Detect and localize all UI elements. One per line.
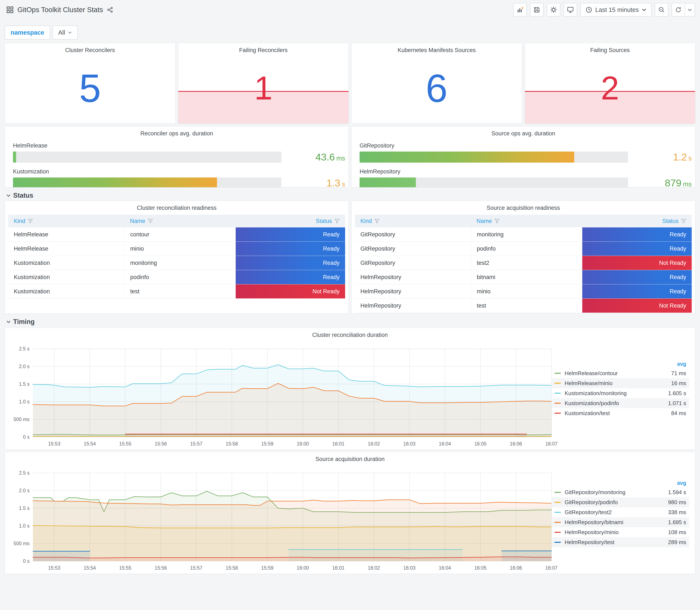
cell-kind: Kustomization: [8, 270, 125, 284]
cell-status: Not Ready: [236, 284, 345, 299]
legend-item-helmrelease-contour[interactable]: HelmRelease/contour71 ms: [551, 368, 689, 378]
legend-series-name[interactable]: GitRepository/test2: [565, 509, 668, 516]
panel-title[interactable]: Kubernetes Manifests Sources: [352, 43, 522, 53]
filter-funnel-icon[interactable]: [28, 219, 33, 224]
save-dashboard-button[interactable]: [530, 3, 543, 17]
column-header-name[interactable]: Name: [471, 215, 582, 227]
legend-series-name[interactable]: Kustomization/monitoring: [565, 390, 668, 397]
legend-series-name[interactable]: Kustomization/podinfo: [565, 400, 668, 406]
svg-text:16:05: 16:05: [474, 565, 487, 571]
cell-kind: HelmRepository: [355, 284, 471, 299]
legend-item-gitrepository-test2[interactable]: GitRepository/test2338 ms: [551, 507, 689, 517]
legend-series-avg: 1.605 s: [668, 390, 686, 397]
gauge-label: HelmRepository: [360, 168, 692, 175]
zoom-out-button[interactable]: [655, 3, 668, 17]
legend-item-helmrelease-minio[interactable]: HelmRelease/minio16 ms: [551, 378, 689, 388]
variables-row: namespace All: [0, 19, 700, 39]
dashboard-settings-button[interactable]: [547, 3, 560, 17]
column-header-status[interactable]: Status: [582, 215, 692, 227]
legend-series-name[interactable]: HelmRepository/test: [565, 539, 668, 546]
panel-title[interactable]: Failing Sources: [525, 43, 695, 53]
section-status[interactable]: Status: [6, 192, 695, 199]
legend-series-name[interactable]: HelmRelease/minio: [565, 380, 671, 387]
svg-text:15:58: 15:58: [226, 441, 238, 447]
legend-series-avg: 108 ms: [668, 529, 686, 535]
svg-text:16:02: 16:02: [368, 565, 380, 571]
svg-text:15:53: 15:53: [48, 441, 60, 447]
filter-funnel-icon[interactable]: [681, 219, 686, 224]
svg-text:15:55: 15:55: [119, 441, 132, 447]
cell-status: Ready: [236, 270, 345, 284]
gauge-track: [13, 151, 281, 163]
chart-legend: avgGitRepository/monitoring1.594 sGitRep…: [551, 479, 689, 547]
legend-series-avg: 1.071 s: [668, 400, 686, 406]
panel-title[interactable]: Source ops avg. duration: [352, 127, 695, 137]
svg-text:16:00: 16:00: [297, 441, 309, 447]
filter-funnel-icon[interactable]: [148, 219, 153, 224]
chart-legend: avgHelmRelease/contour71 msHelmRelease/m…: [551, 359, 689, 418]
legend-item-helmrepository-test[interactable]: HelmRepository/test289 ms: [551, 537, 689, 547]
column-header-kind[interactable]: Kind: [355, 215, 471, 227]
legend-avg-header[interactable]: avg: [551, 479, 689, 487]
filter-funnel-icon[interactable]: [335, 219, 340, 224]
gauge-fill: [360, 177, 416, 188]
legend-series-name[interactable]: GitRepository/podinfo: [565, 499, 668, 505]
legend-item-kustomization-test[interactable]: Kustomization/test84 ms: [551, 408, 689, 418]
legend-item-helmrepository-bitnami[interactable]: HelmRepository/bitnami1.695 s: [551, 517, 689, 527]
cycle-view-button[interactable]: [564, 3, 577, 17]
legend-item-kustomization-monitoring[interactable]: Kustomization/monitoring1.605 s: [551, 388, 689, 398]
panel-title[interactable]: Source acquisition readiness: [352, 201, 695, 211]
legend-series-color: [554, 532, 561, 533]
legend-item-kustomization-podinfo[interactable]: Kustomization/podinfo1.071 s: [551, 398, 689, 408]
add-panel-button[interactable]: [513, 3, 527, 17]
legend-series-avg: 1.695 s: [668, 519, 686, 526]
legend-item-gitrepository-monitoring[interactable]: GitRepository/monitoring1.594 s: [551, 487, 689, 497]
gauge-track: [13, 177, 281, 188]
refresh-button[interactable]: [671, 3, 685, 17]
gauge-label: GitRepository: [360, 142, 692, 149]
legend-series-name[interactable]: GitRepository/monitoring: [565, 489, 668, 496]
refresh-interval-button[interactable]: [685, 3, 695, 17]
svg-text:16:06: 16:06: [510, 565, 522, 571]
panel-title[interactable]: Reconciler ops avg. duration: [5, 127, 348, 137]
panel-title[interactable]: Source acquisition duration: [5, 452, 695, 463]
chart-plot-area[interactable]: 0 s500 ms1.0 s1.5 s2.0 s2.5 s15:5315:541…: [5, 328, 557, 450]
column-header-status[interactable]: Status: [236, 215, 345, 227]
column-header-kind[interactable]: Kind: [8, 215, 125, 227]
stat-panel-failing-sources: Failing Sources2: [525, 43, 696, 124]
svg-text:0 s: 0 s: [23, 558, 30, 564]
legend-series-name[interactable]: Kustomization/test: [565, 410, 671, 417]
legend-series-name[interactable]: HelmRelease/contour: [565, 370, 671, 376]
filter-funnel-icon[interactable]: [494, 219, 500, 224]
variable-namespace-value[interactable]: All: [52, 26, 78, 39]
stat-value: 5: [5, 66, 175, 111]
column-header-name[interactable]: Name: [125, 215, 236, 227]
cell-name: test2: [471, 256, 582, 270]
cell-name: podinfo: [471, 242, 582, 256]
panel-title[interactable]: Cluster Reconcilers: [5, 43, 175, 53]
legend-item-gitrepository-podinfo[interactable]: GitRepository/podinfo980 ms: [551, 497, 689, 507]
legend-series-avg: 980 ms: [668, 499, 686, 505]
panel-title[interactable]: Failing Reconcilers: [178, 43, 349, 53]
chart-plot-area[interactable]: 0 s500 ms1.0 s1.5 s2.0 s2.5 s15:5315:541…: [5, 452, 557, 574]
legend-series-color: [554, 373, 561, 374]
cell-status: Ready: [582, 270, 692, 284]
legend-avg-header[interactable]: avg: [551, 359, 689, 368]
time-range-picker[interactable]: Last 15 minutes: [580, 3, 652, 17]
cell-name: monitoring: [471, 227, 582, 242]
stat-value: 1: [178, 69, 349, 107]
panel-title[interactable]: Cluster reconciliation duration: [5, 328, 695, 338]
legend-item-helmrepository-minio[interactable]: HelmRepository/minio108 ms: [551, 527, 689, 537]
panel-title[interactable]: Cluster reconciliation readiness: [5, 201, 348, 211]
section-timing[interactable]: Timing: [6, 318, 695, 326]
share-icon[interactable]: [107, 6, 113, 13]
legend-series-name[interactable]: HelmRepository/bitnami: [565, 519, 668, 526]
filter-funnel-icon[interactable]: [374, 219, 379, 224]
variable-namespace-label[interactable]: namespace: [5, 26, 50, 39]
apps-grid-icon[interactable]: [6, 6, 14, 13]
cell-status: Ready: [582, 284, 692, 299]
stat-panel-kubernetes-manifests-sources: Kubernetes Manifests Sources6: [351, 43, 522, 124]
legend-series-name[interactable]: HelmRepository/minio: [565, 529, 668, 535]
stat-panel-failing-reconcilers: Failing Reconcilers1: [178, 43, 349, 124]
cell-kind: GitRepository: [355, 256, 471, 270]
